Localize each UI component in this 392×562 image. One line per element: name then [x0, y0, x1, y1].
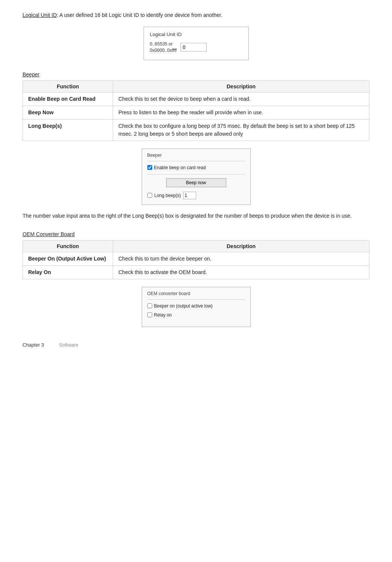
beeper-col-description: Description — [113, 80, 369, 92]
oem-mockup: OEM converter board Beeper on (output ac… — [142, 287, 251, 327]
enable-beep-row: Enable beep on card read — [147, 165, 245, 170]
beeper-func-cell: Long Beep(s) — [23, 119, 113, 141]
beeper-desc-cell: Press to listen to the beep the reader w… — [113, 106, 369, 119]
enable-beep-checkbox[interactable] — [147, 165, 152, 170]
beeper-mockup: Beeper Enable beep on card read Beep now… — [142, 148, 251, 205]
beep-now-button[interactable]: Beep now — [166, 178, 226, 187]
beeper-on-row: Beeper on (output active low) — [147, 303, 245, 309]
beeper-on-checkbox[interactable] — [147, 303, 152, 308]
intro-text: : A user defined 16 bit Logic Unit ID to… — [57, 12, 222, 18]
beeper-mockup-title: Beeper — [147, 153, 245, 158]
oem-func-cell: Beeper On (Output Active Low) — [23, 252, 113, 265]
oem-table-row: Beeper On (Output Active Low)Check this … — [23, 252, 369, 265]
beeper-table-row: Enable Beep on Card ReadCheck this to se… — [23, 92, 369, 106]
intro-term: Logical Unit ID — [23, 12, 57, 18]
beeper-divider2 — [147, 174, 245, 174]
long-beep-row: Long beep(s) — [147, 192, 245, 199]
beeper-on-label: Beeper on (output active low) — [154, 303, 213, 309]
intro-paragraph: Logical Unit ID: A user defined 16 bit L… — [23, 11, 369, 19]
body-paragraph: The number value input area to the right… — [23, 212, 369, 220]
beeper-func-cell: Enable Beep on Card Read — [23, 92, 113, 106]
oem-table-row: Relay OnCheck this to activate the OEM b… — [23, 265, 369, 279]
oem-col-description: Description — [113, 240, 369, 252]
long-beep-count-input[interactable] — [183, 192, 196, 199]
logical-unit-input-row: 0..65535 or0x0000..0xffff — [150, 41, 242, 54]
beeper-table-row: Long Beep(s)Check the box to configure a… — [23, 119, 369, 141]
footer-chapter-label: Chapter 3 — [23, 342, 44, 348]
long-beep-checkbox[interactable] — [147, 193, 152, 198]
oem-desc-cell: Check this to turn the device beeper on. — [113, 252, 369, 265]
relay-on-checkbox[interactable] — [147, 312, 152, 317]
enable-beep-label: Enable beep on card read — [154, 165, 206, 170]
beeper-section-title: Beeper — [23, 71, 369, 77]
beeper-desc-cell: Check the box to configure a long beep o… — [113, 119, 369, 141]
relay-on-label: Relay on — [154, 312, 172, 318]
oem-divider — [147, 299, 245, 300]
relay-on-row: Relay on — [147, 312, 245, 318]
oem-table: Function Description Beeper On (Output A… — [23, 240, 369, 279]
logical-unit-id-box: Logical Unit ID 0..65535 or0x0000..0xfff… — [144, 27, 249, 60]
logical-unit-range-label: 0..65535 or0x0000..0xffff — [150, 41, 177, 54]
oem-col-function: Function — [23, 240, 113, 252]
beeper-mockup-divider — [147, 161, 245, 161]
logical-unit-box-title: Logical Unit ID — [150, 32, 242, 37]
long-beep-label: Long beep(s) — [154, 193, 181, 198]
oem-desc-cell: Check this to activate the OEM board. — [113, 265, 369, 279]
beeper-col-function: Function — [23, 80, 113, 92]
logical-unit-input[interactable] — [180, 43, 207, 52]
footer-chapter-value: Software — [59, 342, 78, 348]
oem-mockup-title: OEM converter board — [147, 291, 245, 296]
beeper-func-cell: Beep Now — [23, 106, 113, 119]
oem-section-title: OEM Converter Board — [23, 231, 369, 237]
beeper-table: Function Description Enable Beep on Card… — [23, 80, 369, 141]
beeper-table-row: Beep NowPress to listen to the beep the … — [23, 106, 369, 119]
oem-func-cell: Relay On — [23, 265, 113, 279]
footer: Chapter 3 Software — [23, 342, 369, 348]
beeper-desc-cell: Check this to set the device to beep whe… — [113, 92, 369, 106]
